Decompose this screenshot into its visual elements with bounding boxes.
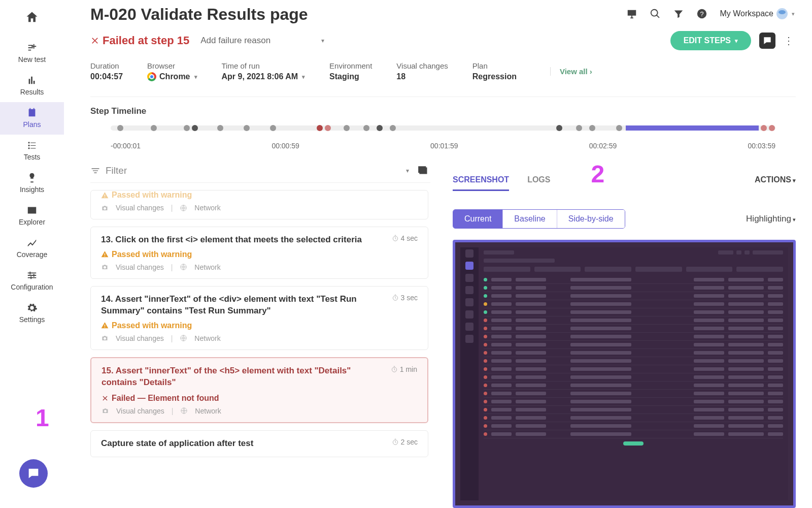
sidebar-item-results[interactable]: Results: [0, 70, 64, 102]
sidebar-item-label: Configuration: [11, 283, 53, 291]
status-text: Passed with warning: [112, 190, 192, 200]
step-time: 3 sec: [392, 294, 418, 302]
step-card[interactable]: 13. Click on the first <i> element that …: [90, 227, 428, 279]
main: ? My Workspace ▾ M-020 Validate Results …: [64, 0, 812, 508]
filter-input[interactable]: Filter: [106, 165, 406, 176]
timeline-title: Step Timeline: [90, 106, 796, 116]
edit-steps-button[interactable]: EDIT STEPS: [670, 31, 751, 50]
visual-changes-link[interactable]: Visual changes: [116, 263, 164, 271]
edit-steps-label: EDIT STEPS: [684, 36, 731, 45]
chat-button[interactable]: [19, 459, 48, 488]
failed-status: Failed — Element not found: [101, 394, 417, 403]
step-card[interactable]: 14. Assert "innerText" of the <div> elem…: [90, 286, 428, 350]
step-title: 15. Assert "innerText" of the <h5> eleme…: [101, 365, 386, 389]
highlighting-dropdown[interactable]: Highlighting: [746, 214, 796, 224]
failure-reason-dropdown[interactable]: Add failure reason: [200, 36, 324, 46]
sidebar: New test Results Plans Tests Insights Ex…: [0, 0, 64, 508]
meta-value: Staging: [329, 72, 372, 81]
meta-label: Duration: [90, 61, 123, 70]
network-link[interactable]: Network: [194, 334, 220, 342]
network-link[interactable]: Network: [194, 263, 220, 271]
insights-icon: [26, 172, 38, 183]
globe-icon: [180, 204, 187, 212]
timeline-tick: -00:00:01: [111, 142, 141, 150]
gallery-icon[interactable]: [417, 164, 430, 177]
time-dropdown[interactable]: Apr 9, 2021 8:06 AM▾: [222, 72, 306, 81]
screenshot-pane: SCREENSHOT LOGS 2 ACTIONS Current Baseli…: [430, 160, 796, 508]
notes-icon: [762, 36, 772, 46]
sidebar-item-insights[interactable]: Insights: [0, 167, 64, 200]
globe-icon: [180, 334, 187, 342]
meta-label: Plan: [472, 61, 517, 70]
settings-icon: [26, 302, 38, 313]
seg-side-by-side[interactable]: Side-by-side: [557, 210, 625, 228]
visual-changes-link[interactable]: Visual changes: [116, 334, 164, 342]
workspace-dropdown[interactable]: My Workspace ▾: [720, 8, 795, 19]
sidebar-item-label: Tests: [24, 153, 41, 161]
network-link[interactable]: Network: [195, 407, 221, 415]
visual-changes-link[interactable]: Visual changes: [116, 407, 164, 415]
filter-list-icon[interactable]: [90, 166, 100, 176]
configuration-icon: [26, 270, 38, 281]
tab-screenshot[interactable]: SCREENSHOT: [453, 175, 509, 191]
seg-current[interactable]: Current: [453, 210, 502, 228]
sidebar-item-label: Plans: [23, 120, 41, 129]
actions-dropdown[interactable]: ACTIONS: [755, 175, 796, 184]
step-title: 14. Assert "innerText" of the <div> elem…: [101, 294, 387, 317]
workspace-label: My Workspace: [720, 9, 773, 18]
sidebar-item-settings[interactable]: Settings: [0, 297, 64, 330]
step-time: 4 sec: [392, 234, 418, 242]
results-icon: [26, 75, 38, 86]
filter-icon[interactable]: [673, 8, 684, 19]
seg-baseline[interactable]: Baseline: [502, 210, 556, 228]
screen-icon[interactable]: [626, 8, 637, 19]
network-link[interactable]: Network: [194, 204, 220, 212]
sidebar-item-plans[interactable]: Plans: [0, 102, 64, 135]
step-card[interactable]: Passed with warning Visual changes | Net…: [90, 190, 428, 219]
step-card-failed[interactable]: 15. Assert "innerText" of the <h5> eleme…: [90, 357, 428, 423]
more-menu[interactable]: ⋮: [782, 33, 796, 49]
sidebar-item-explorer[interactable]: Explorer: [0, 200, 64, 232]
step-title: Capture state of application after test: [101, 438, 387, 450]
failure-reason-label: Add failure reason: [200, 36, 270, 46]
timeline-bar[interactable]: [111, 125, 775, 131]
browser-value: Chrome: [159, 72, 190, 81]
screenshot-viewer[interactable]: [453, 240, 796, 508]
notes-button[interactable]: [759, 33, 775, 49]
search-icon[interactable]: [650, 8, 661, 19]
sidebar-item-label: Settings: [19, 315, 45, 324]
meta-label: Browser: [147, 61, 197, 70]
sidebar-item-coverage[interactable]: Coverage: [0, 232, 64, 265]
sidebar-item-label: Insights: [20, 185, 44, 194]
filter-row: Filter ▾: [90, 160, 430, 183]
meta-row: Duration 00:04:57 Browser Chrome▾ Time o…: [90, 61, 796, 81]
steps-pane: Filter ▾ Passed with warning Visual chan…: [90, 160, 430, 508]
home-icon[interactable]: [25, 10, 39, 24]
globe-icon: [180, 263, 187, 271]
chrome-icon: [147, 72, 156, 81]
annotation-1: 1: [36, 404, 49, 432]
sidebar-item-configuration[interactable]: Configuration: [0, 265, 64, 297]
filter-caret[interactable]: ▾: [406, 167, 409, 174]
top-icons: ? My Workspace ▾: [626, 8, 795, 19]
browser-dropdown[interactable]: Chrome▾: [147, 72, 197, 81]
camera-icon: [101, 263, 109, 271]
step-time: 1 min: [391, 365, 417, 373]
help-icon[interactable]: ?: [696, 8, 707, 19]
sidebar-item-new-test[interactable]: New test: [0, 37, 64, 70]
sidebar-item-label: New test: [18, 55, 46, 64]
tab-logs[interactable]: LOGS: [527, 175, 550, 189]
sidebar-item-tests[interactable]: Tests: [0, 135, 64, 167]
step-card[interactable]: Capture state of application after test …: [90, 430, 428, 457]
status-text: Passed with warning: [112, 321, 192, 330]
globe-icon: [180, 407, 188, 415]
status-text: Failed at step 15: [103, 34, 189, 47]
camera-icon: [101, 407, 109, 415]
view-all-link[interactable]: View all: [550, 67, 592, 76]
camera-icon: [101, 334, 109, 342]
step-timeline: Step Timeline -00:00:01 00: [90, 97, 796, 150]
plans-icon: [26, 107, 38, 118]
timeline-tick: 00:00:59: [272, 142, 299, 150]
visual-changes-link[interactable]: Visual changes: [116, 204, 164, 212]
chat-icon: [26, 466, 41, 481]
